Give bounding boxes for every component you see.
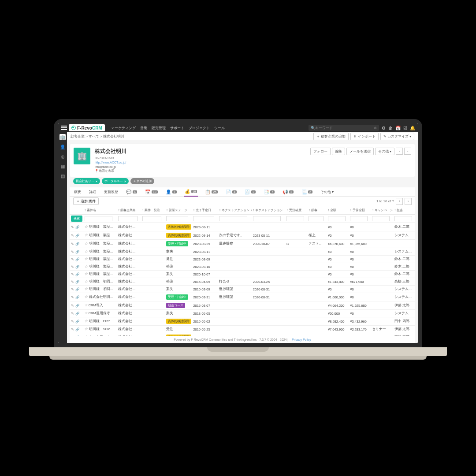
tab-related[interactable]: 📢3 — [282, 188, 294, 196]
column-header[interactable]: ↕ 予算金額 — [349, 206, 371, 215]
prev-record-button[interactable]: ‹ — [396, 148, 403, 155]
column-header[interactable]: ↕ 顧客 — [307, 206, 327, 215]
tag[interactable]: 親会社あり…× — [73, 178, 100, 184]
star-icon[interactable]: ☆ — [85, 327, 88, 331]
tag[interactable]: ポータルユ…× — [102, 178, 129, 184]
star-icon[interactable]: ☆ — [85, 295, 88, 299]
bell-icon[interactable]: 🔔 — [410, 126, 415, 130]
edit-row-icon[interactable]: ✎ — [71, 312, 74, 316]
star-icon[interactable]: ☆ — [85, 303, 88, 307]
page-prev-button[interactable]: ‹ — [396, 198, 403, 205]
column-header[interactable] — [70, 206, 83, 215]
tab-related[interactable]: 🧾2 — [244, 188, 257, 196]
edit-row-icon[interactable]: ✎ — [71, 280, 74, 284]
star-icon[interactable]: ☆ — [85, 233, 88, 237]
filter-input[interactable] — [253, 216, 281, 221]
star-icon[interactable]: ☆ — [85, 242, 88, 245]
edit-row-icon[interactable]: ✎ — [71, 320, 74, 324]
table-row[interactable]: ✎🔗☆ 明川様 製品提案株式会社…発注2023-08-09¥0¥0鈴木 二郎 — [70, 256, 415, 263]
edit-row-icon[interactable]: ✎ — [71, 304, 74, 308]
filter-input[interactable] — [328, 216, 346, 221]
edit-row-icon[interactable]: ✎ — [71, 234, 74, 238]
gear-icon[interactable]: ⚙ — [382, 126, 386, 130]
column-header[interactable]: ↕ 営業ステージ — [165, 206, 192, 215]
tag[interactable]: ＋タグの追加 — [130, 178, 154, 184]
nav-item[interactable]: 販売管理 — [152, 126, 166, 130]
filter-input[interactable] — [219, 216, 247, 221]
star-icon[interactable]: ☆ — [85, 225, 88, 229]
tab-history[interactable]: 更新履歴 — [103, 188, 119, 196]
logo[interactable]: F-RevoCRM — [69, 124, 105, 131]
sidebar-item-list[interactable]: ▦ — [60, 163, 66, 169]
table-row[interactable]: ✎🔗☆ CRM運用保守株式会社…案失2018-05-05¥50,000¥0システ… — [70, 310, 415, 317]
company-map[interactable]: 📍地図を表示 — [95, 169, 126, 173]
star-icon[interactable]: ☆ — [85, 264, 88, 268]
table-row[interactable]: ✎🔗☆ 明川様 製品提案株式会社…案失2023-08-11¥0¥0システム管理者 — [70, 248, 415, 256]
privacy-link[interactable]: Privacy Policy — [292, 338, 311, 341]
tab-related[interactable]: 👤7 — [165, 188, 178, 196]
link-row-icon[interactable]: 🔗 — [75, 265, 79, 269]
company-email[interactable]: info@acct.co.jp — [95, 165, 126, 169]
column-header[interactable]: ↕ 顧客企業名 — [117, 206, 141, 215]
table-row[interactable]: ✎🔗☆ 明川様 製品提案株式会社…受理・打診中2023-08-29最終提案202… — [70, 240, 415, 248]
nav-item[interactable]: 営業 — [140, 126, 147, 130]
hamburger-icon[interactable] — [61, 126, 67, 130]
star-icon[interactable]: ☆ — [85, 272, 88, 276]
tab-overview[interactable]: 概要 — [73, 188, 82, 196]
edit-row-icon[interactable]: ✎ — [71, 327, 74, 331]
nav-item[interactable]: マーケティング — [111, 126, 136, 130]
edit-row-icon[interactable]: ✎ — [71, 272, 74, 276]
edit-row-icon[interactable]: ✎ — [71, 295, 74, 299]
link-row-icon[interactable]: 🔗 — [75, 295, 79, 299]
tab-related[interactable]: 💬4 — [125, 188, 138, 196]
next-record-button[interactable]: › — [404, 148, 411, 155]
mail-button[interactable]: メールを送信 — [346, 148, 374, 155]
filter-input[interactable] — [85, 216, 112, 221]
link-row-icon[interactable]: 🔗 — [75, 234, 79, 238]
column-header[interactable]: ↕ 完了予定日 — [192, 206, 218, 215]
table-row[interactable]: ✎🔗☆ 株式会社明川 リプレ…株式会社…受理・打診中2020-03-31進捗確認… — [70, 293, 415, 301]
table-row[interactable]: ✎🔗☆ 明川様 製品提案株式会社…発注2023-09-10¥0¥0鈴木 二郎 — [70, 263, 415, 271]
filter-input[interactable] — [309, 216, 324, 221]
star-icon[interactable]: ☆ — [85, 257, 88, 261]
tab-other[interactable]: その他 ▾ — [320, 188, 335, 196]
column-header[interactable]: ↕ 担当 — [393, 206, 415, 215]
table-row[interactable]: ✎🔗☆ 明川様 初回購買株式会社…案失2015-03-09進捗確認2020-08… — [70, 286, 415, 293]
company-url[interactable]: http://www.ACCT.co.jp/ — [95, 160, 126, 165]
star-icon[interactable]: ☆ — [85, 279, 88, 283]
filter-input[interactable] — [193, 216, 214, 221]
follow-button[interactable]: フォロー — [310, 148, 331, 155]
table-row[interactable]: ✎🔗☆ 明川様 製品提案株式会社…案失2020-10-07¥0¥0鈴木 二郎 — [70, 271, 415, 278]
edit-row-icon[interactable]: ✎ — [71, 257, 74, 261]
filter-input[interactable] — [142, 216, 162, 221]
edit-row-icon[interactable]: ✎ — [71, 287, 74, 291]
import-button[interactable]: ⬇ インポート — [350, 133, 378, 140]
link-row-icon[interactable]: 🔗 — [75, 242, 79, 246]
tab-related[interactable]: 📑7 — [263, 188, 275, 196]
star-icon[interactable]: ☆ — [85, 311, 88, 315]
table-row[interactable]: ✎🔗☆ 明川様 初回購買株式会社…発注2015-04-09打合せ2020-03-… — [70, 278, 415, 286]
tab-related[interactable]: 💰16 — [184, 187, 198, 197]
sidebar-item-user[interactable]: 👤 — [60, 144, 66, 150]
tab-related[interactable]: 📃2 — [301, 188, 313, 196]
link-row-icon[interactable]: 🔗 — [75, 280, 79, 284]
column-header[interactable]: ↕ ネクストアクション（日付） — [252, 206, 285, 215]
add-row-button[interactable]: ＋ 追加 案件 — [73, 197, 99, 205]
sidebar-item-building[interactable]: 🏢 — [60, 134, 66, 140]
star-icon[interactable]: ☆ — [85, 249, 88, 253]
link-row-icon[interactable]: 🔗 — [75, 312, 79, 316]
table-row[interactable]: ✎🔗☆ CRM導入株式会社…競合コース2015-08-07¥4,064,200¥… — [70, 301, 415, 310]
edit-icon[interactable]: ☑ — [403, 126, 407, 130]
filter-input[interactable] — [350, 216, 368, 221]
link-row-icon[interactable]: 🔗 — [75, 250, 79, 254]
calendar-icon[interactable]: 📅 — [395, 126, 401, 130]
table-row[interactable]: ✎🔗☆ 明川様 ERPプロジ…株式会社…具体的検討段階2015-05-02¥8,… — [70, 317, 415, 326]
column-header[interactable]: ↕ 案件一発注 — [141, 206, 165, 215]
customize-button[interactable]: ✎ カスタマイズ ▾ — [380, 133, 414, 140]
more-button[interactable]: その他 ▾ — [375, 148, 394, 155]
tab-related[interactable]: 📄4 — [225, 188, 238, 196]
column-header[interactable]: ↕ 金額 — [327, 206, 349, 215]
nav-item[interactable]: ツール — [214, 126, 225, 130]
page-next-button[interactable]: › — [405, 198, 412, 205]
column-header[interactable]: ↕ 案件名 — [83, 206, 117, 215]
